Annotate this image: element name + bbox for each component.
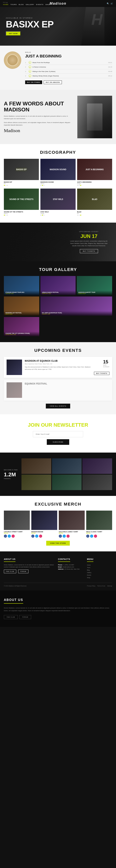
album-dots — [77, 185, 112, 186]
fb-icon[interactable]: f — [3, 2, 3, 3]
merch-item[interactable]: Walk Classic T-Shirt $22.99 f t i — [86, 510, 112, 538]
footer-link-blog[interactable]: Blog — [87, 569, 112, 571]
nav-blog[interactable]: Blog — [19, 4, 24, 5]
nav-gallery[interactable]: Gallery — [26, 4, 34, 5]
merch-price: $29.99 — [4, 532, 30, 534]
album-info: Basixx EP EP — [4, 180, 39, 187]
merch-item[interactable]: Live Walk Street T-Shirt $29.99 f t i — [4, 510, 30, 538]
tour-item[interactable]: Urban Dance Festival February 2021 — [40, 276, 76, 295]
fan-image — [52, 458, 82, 474]
instagram-icon[interactable]: i — [39, 534, 42, 538]
yt-icon[interactable]: y — [6, 2, 7, 3]
tour-item[interactable]: Change the City (Double Stage) Grand Apr… — [4, 317, 39, 336]
about-fan-club-button[interactable]: FAN CLUB — [4, 615, 18, 619]
instagram-icon[interactable]: i — [94, 534, 97, 538]
event-tickets-button[interactable]: BUY TICKETS — [94, 372, 110, 375]
fan-club-button[interactable]: FAN CLUB — [4, 569, 16, 573]
footer-bottom: © 2021 Madison. All Rights Reserved. Pri… — [4, 583, 112, 587]
tour-item[interactable]: Madison Quintet Tour March 2021 — [77, 276, 112, 295]
cart-icon[interactable]: 🛒 — [111, 2, 113, 5]
buy-itunes-button[interactable]: BUY ON ITUNES — [25, 81, 42, 84]
footer-contact-item: Phone: +1 (555) 123-4567 — [58, 564, 83, 566]
merch-title: Exclusive Merch — [4, 502, 112, 507]
footer-menu-title: Menu — [87, 558, 93, 562]
facebook-icon[interactable]: f — [31, 534, 34, 538]
play-button[interactable]: ▶ — [29, 74, 31, 77]
play-button[interactable]: ▶ — [29, 66, 31, 68]
facebook-icon[interactable]: f — [86, 534, 89, 538]
merch-name: Gold Walk Ladies T-Shirt — [59, 531, 85, 532]
album-inner — [7, 54, 18, 66]
search-icon[interactable]: 🔍 — [107, 2, 109, 5]
footer-link-home[interactable]: Home — [87, 564, 112, 566]
footer-link-shop[interactable]: Shop — [87, 576, 112, 579]
hero-cta-button[interactable]: GET NOW — [6, 31, 21, 36]
twitter-icon[interactable]: t — [8, 534, 11, 538]
footer-link-tours[interactable]: Tours — [87, 566, 112, 569]
merch-section: Exclusive Merch Live Walk Street T-Shirt… — [0, 496, 116, 551]
newsletter-title-highlight: NEWS — [54, 422, 69, 428]
buy-tickets-button[interactable]: BUY TICKETS — [80, 249, 98, 253]
facebook-icon[interactable]: f — [59, 534, 62, 538]
facebook-icon[interactable]: f — [4, 534, 7, 538]
tour-item[interactable]: Stadium Grand Tour 2021 January 2021 — [4, 276, 39, 295]
terms-link[interactable]: Terms of Use — [97, 585, 105, 587]
event-details: Equinox Festival — [25, 382, 110, 398]
about-title: A Few Words About Madison — [4, 101, 74, 113]
play-button[interactable]: ▶ — [29, 61, 31, 64]
merch-social-icons: f t i — [59, 534, 85, 538]
subscribe-button[interactable]: SUBSCRIBE — [47, 439, 69, 445]
album-item[interactable]: Sound of the Streets Sound of the Street… — [4, 189, 39, 217]
album-name: Just a Beginning — [85, 168, 104, 170]
merch-item[interactable]: Gold Walk Ladies T-Shirt $24.99 f t i — [59, 510, 85, 538]
dot — [79, 215, 80, 216]
twitter-icon[interactable]: t — [35, 534, 38, 538]
twitter-icon[interactable]: t — [90, 534, 93, 538]
merch-name: Walk Classic T-Shirt — [86, 531, 112, 532]
buy-amazon-button[interactable]: BUY ON AMAZON — [44, 81, 62, 84]
event-meta: 15 MAR Sunday BUY TICKETS — [94, 360, 110, 375]
forum-button[interactable]: FORUM — [18, 569, 28, 573]
album-item[interactable]: BL&D BL&D EP — [77, 189, 112, 217]
event-content: Upcoming Event JUN 17 Lorem ipsum dolor … — [69, 231, 116, 253]
album-type: Single — [77, 183, 112, 184]
album-item[interactable]: Basixx EP Basixx EP EP — [4, 159, 39, 187]
twitter-icon[interactable]: t — [63, 534, 66, 538]
instagram-icon[interactable]: i — [66, 534, 69, 538]
about-forum-button[interactable]: FORUM — [19, 615, 31, 619]
footer-link-gallery[interactable]: Gallery — [87, 571, 112, 574]
venue-name: Change the City (Double Stage) — [5, 333, 38, 334]
tour-item-large[interactable]: No Limits (European Tour) January 2021 — [40, 297, 112, 316]
tour-info: Change the City (Double Stage) Grand Apr… — [4, 332, 39, 336]
upcoming-events-title: Upcoming Events — [4, 348, 112, 353]
track-name: Riding in the Rain (feat. Dj Akbar) — [32, 71, 56, 72]
album-thumbnail: Just a Beginning — [77, 159, 112, 180]
nav-events[interactable]: Events — [36, 4, 44, 5]
tour-item[interactable]: Wanderlust Festival March 2021 — [4, 297, 39, 316]
play-button[interactable]: ▶ — [29, 70, 31, 73]
tour-info: Madison Quintet Tour March 2021 — [77, 290, 112, 295]
event-image — [6, 360, 22, 375]
album-item[interactable]: Madison Sound Madison Sound Album — [40, 159, 76, 187]
instagram-icon[interactable]: i — [11, 534, 15, 538]
dot — [4, 185, 5, 186]
view-store-button[interactable]: VIEW THE STORE — [46, 541, 70, 546]
nav-tours[interactable]: Tours — [10, 4, 17, 5]
album-thumbnail: Sound of the Streets — [4, 189, 39, 210]
album-type: EP — [77, 213, 112, 214]
ig-icon[interactable]: i — [5, 2, 6, 3]
about-content: A Few Words About Madison Donec Madison,… — [4, 101, 74, 133]
album-info: Sound of the Streets Album — [4, 210, 39, 217]
privacy-link[interactable]: Privacy Policy — [87, 585, 95, 587]
event-description: Lorem ipsum dolor sit amet, consectetur … — [69, 240, 108, 247]
tw-icon[interactable]: t — [4, 2, 5, 3]
email-input[interactable] — [33, 431, 83, 437]
album-item[interactable]: Just a Beginning Just a Beginning Single — [77, 159, 112, 187]
album-dots — [40, 185, 76, 186]
view-all-events-button[interactable]: VIEW ALL EVENTS — [46, 404, 70, 408]
sitemap-link[interactable]: Sitemap — [107, 585, 112, 587]
merch-item[interactable]: Madison Beanie $19.99 f t i — [31, 510, 57, 538]
nav-home[interactable]: Home — [3, 4, 8, 5]
album-item[interactable]: Stay Wild Stay Wild Single — [40, 189, 76, 217]
footer-link-events[interactable]: Events — [87, 574, 112, 576]
